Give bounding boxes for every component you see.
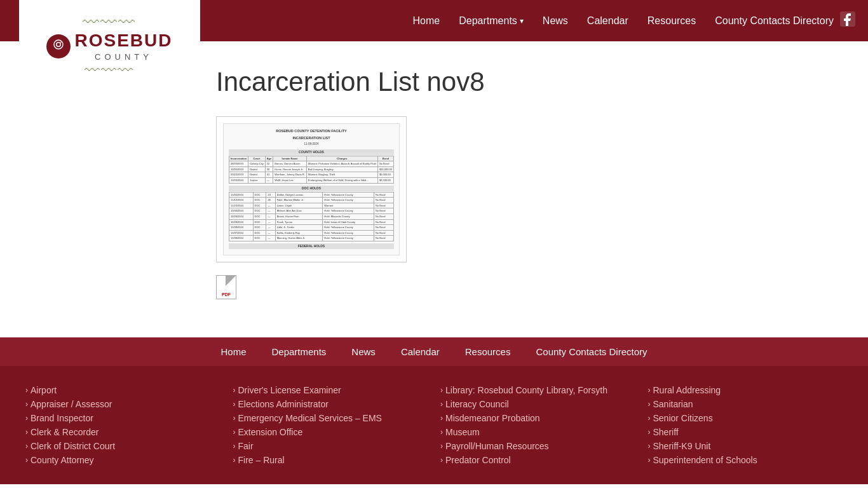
- footer-link-clerk-recorder-label[interactable]: Clerk & Recorder: [31, 427, 98, 437]
- footer-link-elections[interactable]: › Elections Administrator: [233, 399, 428, 409]
- footer-link-clerk-recorder[interactable]: › Clerk & Recorder: [25, 427, 220, 437]
- footer-link-library-label[interactable]: Library: Rosebud County Library, Forsyth: [445, 385, 607, 395]
- footer-link-sanitarian[interactable]: › Sanitarian: [648, 399, 843, 409]
- footer-link-clerk-district-label[interactable]: Clerk of District Court: [31, 441, 115, 451]
- footer-link-airport[interactable]: › Airport: [25, 385, 220, 395]
- footer-link-superintendent-label[interactable]: Superintendent of Schools: [653, 455, 757, 465]
- footer-link-brand-inspector-label[interactable]: Brand Inspector: [31, 413, 93, 423]
- nav-news[interactable]: News: [543, 15, 568, 27]
- document-preview[interactable]: ROSEBUD COUNTY DETENTION FACILITY INCARC…: [216, 116, 407, 262]
- footer-link-predator-label[interactable]: Predator Control: [445, 455, 511, 465]
- pdf-download[interactable]: PDF: [216, 275, 728, 299]
- chevron-icon: ›: [440, 414, 443, 423]
- footer-link-sheriff[interactable]: › Sheriff: [648, 427, 843, 437]
- footer-link-library[interactable]: › Library: Rosebud County Library, Forsy…: [440, 385, 635, 395]
- footer-link-sanitarian-label[interactable]: Sanitarian: [653, 399, 693, 409]
- logo-county-text: COUNTY: [74, 52, 172, 62]
- nav-county-contacts[interactable]: County Contacts Directory: [715, 15, 834, 27]
- footer-nav-calendar[interactable]: Calendar: [401, 346, 440, 357]
- footer-link-rural-addressing-label[interactable]: Rural Addressing: [653, 385, 721, 395]
- footer-link-fire-rural[interactable]: › Fire – Rural: [233, 455, 428, 465]
- pdf-icon[interactable]: PDF: [216, 275, 236, 299]
- footer-link-elections-label[interactable]: Elections Administrator: [238, 399, 329, 409]
- chevron-icon: ›: [648, 400, 651, 409]
- chevron-icon: ›: [440, 386, 443, 395]
- nav-link-list: Home Departments News Calendar Resources…: [413, 15, 834, 27]
- footer-link-brand-inspector[interactable]: › Brand Inspector: [25, 413, 220, 423]
- chevron-icon: ›: [648, 428, 651, 437]
- footer-link-county-attorney[interactable]: › County Attorney: [25, 455, 220, 465]
- chevron-icon: ›: [440, 400, 443, 409]
- footer-link-extension[interactable]: › Extension Office: [233, 427, 428, 437]
- chevron-icon: ›: [648, 442, 651, 451]
- footer-link-predator[interactable]: › Predator Control: [440, 455, 635, 465]
- footer-link-fire-rural-label[interactable]: Fire – Rural: [238, 455, 285, 465]
- doc-title-line2: INCARCERATION LIST: [229, 136, 394, 141]
- chevron-icon: ›: [25, 414, 28, 423]
- footer-link-misdemeanor-label[interactable]: Misdemeanor Probation: [445, 413, 540, 423]
- doc-holds-table: 11/02/2024DOC23Dallas, Gadget LaxmanHold…: [229, 192, 394, 241]
- footer-link-senior-citizens[interactable]: › Senior Citizens: [648, 413, 843, 423]
- footer-nav-county-contacts[interactable]: County Contacts Directory: [536, 346, 647, 357]
- footer-link-misdemeanor[interactable]: › Misdemeanor Probation: [440, 413, 635, 423]
- footer-nav-resources[interactable]: Resources: [465, 346, 511, 357]
- footer-link-extension-label[interactable]: Extension Office: [238, 427, 303, 437]
- chevron-icon: ›: [233, 442, 236, 451]
- footer-links-section: › Airport › Appraiser / Assessor › Brand…: [0, 366, 868, 484]
- chevron-icon: ›: [233, 400, 236, 409]
- page-title: Incarceration List nov8: [216, 67, 728, 97]
- footer-link-rural-addressing[interactable]: › Rural Addressing: [648, 385, 843, 395]
- chevron-icon: ›: [440, 456, 443, 464]
- nav-home[interactable]: Home: [413, 15, 440, 27]
- footer-link-sheriff-label[interactable]: Sheriff: [653, 427, 679, 437]
- footer-link-senior-citizens-label[interactable]: Senior Citizens: [653, 413, 713, 423]
- chevron-icon: ›: [25, 456, 28, 464]
- county-holds-header: COUNTY HOLDS: [229, 149, 394, 155]
- facebook-link[interactable]: [840, 11, 855, 30]
- footer-link-museum-label[interactable]: Museum: [445, 427, 480, 437]
- chevron-icon: ›: [233, 456, 236, 464]
- footer-link-museum[interactable]: › Museum: [440, 427, 635, 437]
- chevron-icon: ›: [233, 428, 236, 437]
- logo-waves-top: 〰〰〰: [83, 14, 136, 30]
- footer-link-drivers-license-label[interactable]: Driver's License Examiner: [238, 385, 341, 395]
- footer-link-literacy[interactable]: › Literacy Council: [440, 399, 635, 409]
- nav-resources[interactable]: Resources: [648, 15, 696, 27]
- footer-nav-home[interactable]: Home: [220, 346, 246, 357]
- federal-holds-header: FEDERAL HOLDS: [229, 243, 394, 249]
- main-nav: 〰〰〰 ROSEBUD COUNTY 〰〰〰 Home De: [0, 0, 868, 41]
- chevron-icon: ›: [25, 428, 28, 437]
- footer-link-appraiser-label[interactable]: Appraiser / Assessor: [31, 399, 112, 409]
- chevron-icon: ›: [440, 442, 443, 451]
- logo-icon: [46, 34, 71, 58]
- footer-link-appraiser[interactable]: › Appraiser / Assessor: [25, 399, 220, 409]
- chevron-icon: ›: [25, 442, 28, 451]
- logo-rosebud-text: ROSEBUD: [74, 30, 172, 51]
- footer-link-clerk-district[interactable]: › Clerk of District Court: [25, 441, 220, 451]
- logo-text: ROSEBUD COUNTY: [46, 30, 172, 62]
- footer-link-ems-label[interactable]: Emergency Medical Services – EMS: [238, 413, 382, 423]
- footer-link-fair[interactable]: › Fair: [233, 441, 428, 451]
- footer-nav: Home Departments News Calendar Resources…: [0, 337, 868, 366]
- footer-nav-departments[interactable]: Departments: [271, 346, 326, 357]
- footer-nav-news[interactable]: News: [351, 346, 376, 357]
- footer-link-ems[interactable]: › Emergency Medical Services – EMS: [233, 413, 428, 423]
- footer-link-literacy-label[interactable]: Literacy Council: [445, 399, 509, 409]
- footer-link-payroll[interactable]: › Payroll/Human Resources: [440, 441, 635, 451]
- chevron-icon: ›: [440, 428, 443, 437]
- nav-departments[interactable]: Departments: [459, 15, 524, 27]
- nav-calendar[interactable]: Calendar: [587, 15, 628, 27]
- footer-link-payroll-label[interactable]: Payroll/Human Resources: [445, 441, 549, 451]
- footer-link-fair-label[interactable]: Fair: [238, 441, 254, 451]
- footer-link-superintendent[interactable]: › Superintendent of Schools: [648, 455, 843, 465]
- footer-col-1: › Airport › Appraiser / Assessor › Brand…: [25, 385, 220, 465]
- footer-link-county-attorney-label[interactable]: County Attorney: [31, 455, 94, 465]
- footer-col-3: › Library: Rosebud County Library, Forsy…: [440, 385, 635, 465]
- chevron-icon: ›: [25, 386, 28, 395]
- chevron-icon: ›: [25, 400, 28, 409]
- footer-link-drivers-license[interactable]: › Driver's License Examiner: [233, 385, 428, 395]
- footer-link-airport-label[interactable]: Airport: [31, 385, 57, 395]
- footer-link-sheriff-k9[interactable]: › Sheriff-K9 Unit: [648, 441, 843, 451]
- logo-waves-bottom: 〰〰〰: [85, 63, 134, 78]
- footer-link-sheriff-k9-label[interactable]: Sheriff-K9 Unit: [653, 441, 711, 451]
